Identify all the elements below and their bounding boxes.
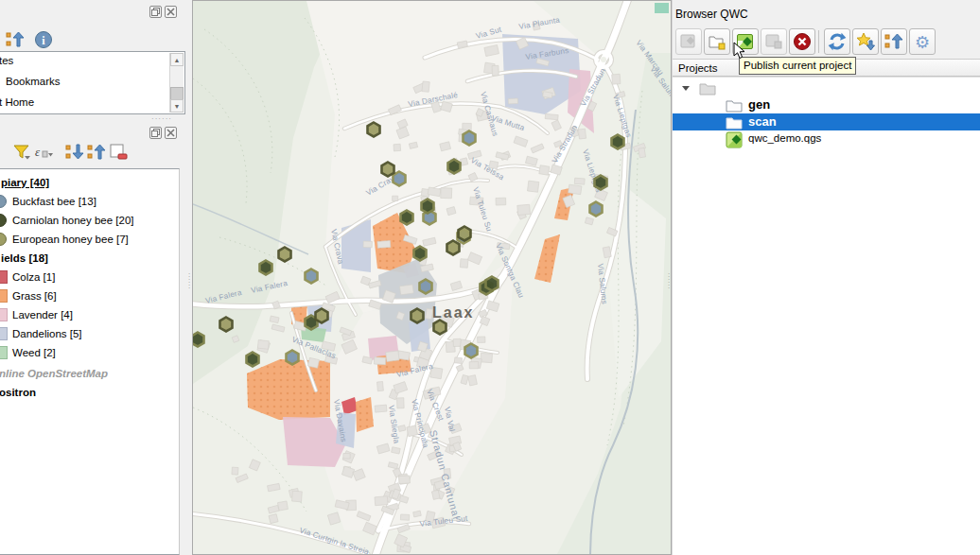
legend-label: European honey bee [7] [12, 234, 129, 245]
legend-symbol [0, 195, 7, 208]
qgis-project-icon [725, 130, 744, 147]
layers-panel-float-button[interactable] [149, 127, 162, 139]
buckfast-bee-marker [465, 344, 478, 358]
folder-gray-icon [698, 79, 717, 96]
legend-item[interactable]: ositron [0, 384, 179, 403]
tree-row-gen[interactable]: gen [673, 96, 980, 113]
scroll-down-button[interactable]: ▼ [170, 99, 184, 113]
legend-symbol [0, 289, 8, 303]
field-teal [655, 3, 669, 13]
carniolan-bee-marker [612, 135, 624, 149]
legend-label: ositron [0, 387, 36, 398]
legend-label: Colza [1] [12, 271, 55, 283]
carniolan-bee-marker [260, 261, 272, 275]
browser-panel: i tesBookmarkst Home ▲ ▼ ······ [0, 0, 185, 120]
browser-item[interactable]: t Home [0, 96, 34, 108]
legend-item[interactable]: European honey bee [7] [0, 231, 179, 250]
settings-button[interactable]: ⚙ [909, 28, 936, 55]
carniolan-bee-marker [422, 199, 434, 214]
buckfast-bee-marker [306, 269, 318, 284]
tree-label: gen [748, 97, 770, 112]
toolbar-separator [818, 30, 819, 53]
tree-row-qwc_demo.qgs[interactable]: qwc_demo.qgs [673, 130, 980, 147]
filter-legend-icon[interactable] [12, 143, 33, 162]
european-bee-marker [447, 241, 460, 255]
browser-item[interactable]: tes [0, 55, 13, 66]
publish-project-button[interactable] [675, 28, 702, 55]
carniolan-bee-marker [401, 211, 413, 225]
svg-text:ε: ε [35, 145, 41, 159]
legend-label: Weed [2] [12, 347, 56, 358]
legend-label: ields [18] [1, 252, 48, 264]
delete-project-button[interactable] [789, 28, 815, 55]
legend-label: nline OpenStreetMap [0, 368, 108, 379]
legend-item[interactable]: Lavender [4] [0, 306, 179, 325]
legend-item[interactable]: Carniolan honey bee [20] [0, 212, 179, 231]
legend-item[interactable]: piary [40] [0, 174, 179, 193]
legend-symbol [0, 270, 8, 284]
browser-scrollbar[interactable]: ▲ ▼ [169, 53, 184, 113]
european-bee-marker [368, 123, 380, 137]
carniolan-bee-marker [414, 247, 427, 261]
collapse-all-icon[interactable] [87, 143, 108, 162]
legend-item[interactable]: Grass [6] [0, 287, 179, 306]
browser-tree-list: tesBookmarkst Home ▲ ▼ [0, 51, 185, 114]
legend-item[interactable]: Weed [2] [0, 344, 179, 363]
refresh-button[interactable] [824, 28, 850, 55]
layers-legend: piary [40]Buckfast bee [13]Carniolan hon… [0, 168, 180, 555]
carniolan-bee-marker [448, 160, 461, 174]
expand-all-icon[interactable] [65, 143, 86, 162]
european-bee-marker [434, 321, 446, 335]
carniolan-bee-marker [247, 353, 259, 367]
projects-tree: genscanqwc_demo.qgs [673, 77, 980, 555]
layers-panel-close-button[interactable] [165, 127, 177, 139]
legend-label: piary [40] [1, 177, 49, 188]
european-bee-marker [316, 309, 328, 323]
tree-label: scan [748, 114, 777, 129]
filter-expression-icon[interactable]: ε [34, 143, 55, 162]
legend-item[interactable]: Buckfast bee [13] [0, 193, 179, 212]
legend-label: Grass [6] [12, 290, 57, 302]
remove-layer-icon[interactable] [109, 143, 130, 162]
legend-item[interactable]: Colza [1] [0, 269, 179, 287]
properties-info-icon[interactable]: i [34, 30, 53, 49]
buckfast-bee-marker [590, 202, 603, 217]
browser-panel-float-button[interactable] [149, 6, 162, 18]
layers-panel: ε piary [40]Buckfast bee [13]Carniolan h… [0, 120, 185, 555]
european-bee-marker [382, 163, 394, 177]
collapse-all-button[interactable] [881, 28, 907, 55]
tree-label: qwc_demo.qgs [748, 132, 821, 144]
update-project-button[interactable] [761, 28, 787, 55]
map-image: Via SutVia PlauntaVia FarbunsVia Darscha… [193, 1, 671, 554]
browser-qwc-panel: Browser QWC ⚙ Projects genscanqwc_demo.q… [672, 0, 980, 555]
legend-symbol [0, 327, 8, 340]
legend-item[interactable]: nline OpenStreetMap [0, 365, 179, 384]
buckfast-bee-marker [287, 351, 299, 365]
european-bee-marker [459, 227, 471, 241]
expander-icon[interactable] [682, 86, 690, 91]
folder-white-icon [725, 113, 744, 130]
legend-symbol [0, 214, 7, 227]
legend-label: Lavender [4] [12, 309, 73, 321]
tree-row-scan[interactable]: scan [673, 113, 980, 130]
legend-symbol [0, 233, 7, 246]
legend-item[interactable]: Dandelions [5] [0, 325, 179, 344]
legend-symbol [0, 346, 8, 359]
buckfast-bee-marker [420, 280, 432, 294]
carniolan-bee-marker [486, 277, 499, 291]
place-label-laax: Laax [432, 304, 474, 321]
map-canvas[interactable]: Via SutVia PlauntaVia FarbunsVia Darscha… [192, 0, 672, 555]
legend-item[interactable]: ields [18] [0, 250, 179, 269]
european-bee-marker [411, 309, 424, 323]
scroll-up-button[interactable]: ▲ [170, 53, 184, 66]
tree-row-root[interactable] [673, 79, 980, 96]
legend-label: Buckfast bee [13] [12, 196, 96, 207]
european-bee-marker [220, 318, 233, 332]
browser-item[interactable]: Bookmarks [6, 76, 61, 87]
collapse-all-icon[interactable] [6, 30, 25, 49]
browser-panel-close-button[interactable] [165, 6, 177, 18]
projects-header-label: Projects [678, 62, 718, 74]
new-folder-button[interactable] [704, 28, 730, 55]
add-favorite-button[interactable] [852, 28, 879, 55]
legend-label: Dandelions [5] [12, 328, 82, 339]
